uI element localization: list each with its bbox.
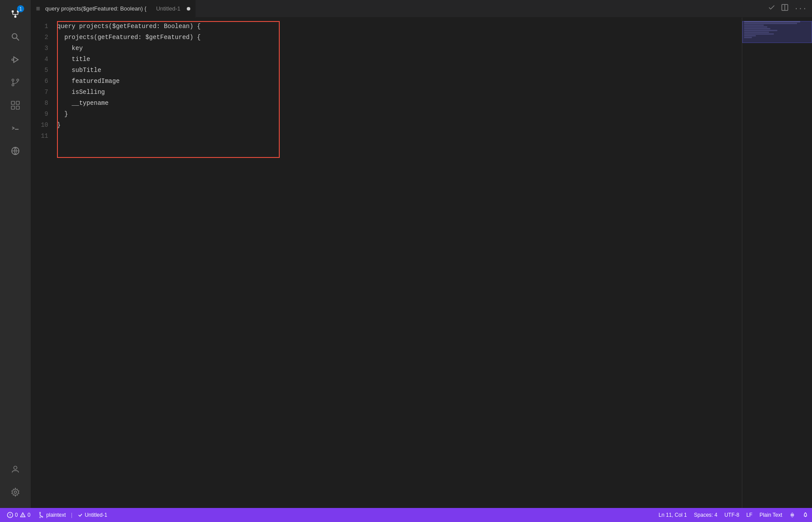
svg-point-14 bbox=[17, 79, 19, 81]
code-line-2: 2 projects(getFeatured: $getFeatured) { bbox=[31, 32, 742, 43]
activity-icon-run[interactable] bbox=[5, 49, 26, 70]
activity-icon-search[interactable] bbox=[5, 26, 26, 47]
activity-bar: 1 bbox=[0, 0, 31, 508]
svg-point-24 bbox=[14, 491, 17, 493]
svg-point-11 bbox=[12, 59, 14, 61]
status-line-ending[interactable]: LF bbox=[743, 508, 756, 522]
tab-filename: Untitled-1 bbox=[156, 5, 181, 12]
status-notifications[interactable] bbox=[799, 508, 812, 522]
svg-point-23 bbox=[14, 466, 17, 469]
code-line-3: 3 key bbox=[31, 43, 742, 54]
code-line-1: 1 query projects($getFeatured: Boolean) … bbox=[31, 21, 742, 32]
svg-marker-10 bbox=[14, 57, 18, 63]
activity-icon-extensions[interactable] bbox=[5, 95, 26, 116]
svg-rect-2 bbox=[14, 16, 17, 18]
svg-point-29 bbox=[10, 516, 10, 516]
code-line-11: 11 bbox=[31, 131, 742, 142]
code-editor[interactable]: 1 query projects($getFeatured: Boolean) … bbox=[31, 18, 742, 508]
code-line-9: 9 } bbox=[31, 109, 742, 120]
activity-icon-browser[interactable] bbox=[5, 140, 26, 161]
status-branch[interactable]: plaintext bbox=[35, 508, 69, 522]
activity-icon-source-control[interactable]: 1 bbox=[5, 4, 26, 25]
encoding-text: UTF-8 bbox=[724, 512, 739, 518]
minimap-selection bbox=[742, 21, 812, 43]
status-spaces[interactable]: Spaces: 4 bbox=[691, 508, 721, 522]
minimap[interactable] bbox=[742, 18, 812, 508]
code-line-6: 6 featuredImage bbox=[31, 76, 742, 87]
activity-icon-account[interactable] bbox=[5, 459, 26, 480]
code-line-8: 8 __typename bbox=[31, 98, 742, 109]
tab-query-label: query projects($getFeatured: Boolean) { bbox=[45, 5, 146, 12]
svg-point-31 bbox=[22, 516, 23, 517]
status-left: 0 0 plaintext | Untitled-1 bbox=[0, 508, 111, 522]
code-line-7: 7 isSelling bbox=[31, 87, 742, 98]
tab-unsaved-dot bbox=[187, 5, 190, 12]
activity-icon-terminal[interactable] bbox=[5, 118, 26, 139]
tab-action-split[interactable] bbox=[779, 2, 791, 15]
status-bar: 0 0 plaintext | Untitled-1 Ln 11, Col 1 … bbox=[0, 508, 812, 522]
activity-icon-settings[interactable] bbox=[5, 482, 26, 503]
status-right: Ln 11, Col 1 Spaces: 4 UTF-8 LF Plain Te… bbox=[655, 508, 812, 522]
svg-point-13 bbox=[12, 84, 14, 86]
status-encoding[interactable]: UTF-8 bbox=[721, 508, 743, 522]
tab-actions: ··· bbox=[766, 2, 812, 15]
activity-bar-bottom bbox=[5, 459, 26, 508]
tab-action-more[interactable]: ··· bbox=[792, 3, 808, 14]
code-line-4: 4 title bbox=[31, 54, 742, 65]
position-text: Ln 11, Col 1 bbox=[659, 512, 687, 518]
spaces-text: Spaces: 4 bbox=[694, 512, 717, 518]
svg-point-12 bbox=[12, 79, 14, 81]
tab-untitled-1[interactable]: ≡ query projects($getFeatured: Boolean) … bbox=[31, 0, 196, 18]
code-line-10: 10 } bbox=[31, 120, 742, 131]
status-separator: | bbox=[71, 512, 72, 518]
line-ending-text: LF bbox=[746, 512, 752, 518]
status-errors[interactable]: 0 0 bbox=[4, 508, 34, 522]
status-language[interactable]: Plain Text bbox=[756, 508, 786, 522]
error-count: 0 bbox=[15, 512, 18, 518]
svg-line-9 bbox=[17, 38, 19, 41]
source-control-badge: 1 bbox=[17, 5, 24, 12]
svg-point-8 bbox=[12, 34, 17, 39]
language-text: Plain Text bbox=[759, 512, 782, 518]
tab-bar: ≡ query projects($getFeatured: Boolean) … bbox=[31, 0, 812, 18]
warning-count: 0 bbox=[28, 512, 31, 518]
svg-rect-0 bbox=[12, 11, 14, 13]
status-position[interactable]: Ln 11, Col 1 bbox=[655, 508, 691, 522]
activity-icon-git[interactable] bbox=[5, 72, 26, 93]
svg-rect-18 bbox=[11, 106, 14, 109]
svg-rect-16 bbox=[11, 101, 14, 104]
status-check[interactable]: Untitled-1 bbox=[74, 508, 110, 522]
svg-point-35 bbox=[791, 514, 793, 516]
editor-area: 1 query projects($getFeatured: Boolean) … bbox=[31, 18, 812, 508]
svg-point-33 bbox=[39, 517, 41, 518]
code-line-5: 5 subTitle bbox=[31, 65, 742, 76]
status-tab-name: Untitled-1 bbox=[85, 512, 107, 518]
svg-rect-19 bbox=[16, 106, 19, 109]
tab-action-check[interactable] bbox=[766, 2, 777, 15]
branch-name: plaintext bbox=[46, 512, 66, 518]
tab-menu-icon: ≡ bbox=[36, 5, 40, 13]
svg-rect-17 bbox=[16, 101, 19, 104]
code-content: 1 query projects($getFeatured: Boolean) … bbox=[31, 18, 742, 508]
status-remote[interactable] bbox=[786, 508, 799, 522]
